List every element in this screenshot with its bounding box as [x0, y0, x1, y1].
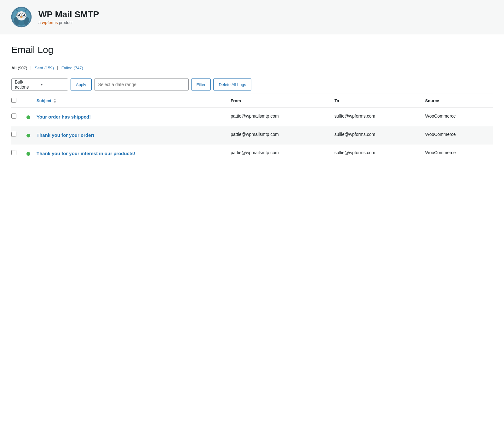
table-header-row: Subject ▲▼ From To Source — [11, 94, 493, 108]
status-cell — [21, 144, 32, 163]
subtitle-prefix: a — [38, 20, 42, 25]
row-checkbox[interactable] — [11, 150, 16, 155]
logo-text: WP Mail SMTP a wpforms product — [38, 9, 99, 25]
subject-link[interactable]: Thank you for your order! — [37, 132, 94, 138]
page-title: Email Log — [11, 44, 493, 58]
subtitle-wp: wp — [42, 20, 48, 25]
app-name: WP Mail SMTP — [38, 9, 99, 20]
from-cell: pattie@wpmailsmtp.com — [226, 144, 329, 163]
date-range-input[interactable] — [94, 79, 189, 90]
svg-point-7 — [23, 14, 26, 16]
select-all-checkbox-header[interactable] — [11, 94, 21, 108]
subject-cell[interactable]: Thank you for your order! — [32, 126, 226, 144]
filter-button[interactable]: Filter — [191, 79, 211, 90]
delete-all-logs-button[interactable]: Delete All Logs — [213, 79, 251, 90]
from-cell: pattie@wpmailsmtp.com — [226, 126, 329, 144]
subject-link[interactable]: Your order has shipped! — [37, 114, 91, 119]
row-checkbox[interactable] — [11, 132, 16, 137]
table-row: Your order has shipped! pattie@wpmailsmt… — [11, 108, 493, 126]
status-cell — [21, 126, 32, 144]
svg-point-6 — [17, 14, 20, 16]
logo-icon — [10, 6, 33, 28]
app-subtitle: a wpforms product — [38, 20, 99, 25]
sort-icon[interactable]: ▲▼ — [54, 98, 56, 104]
source-cell: WooCommerce — [420, 126, 493, 144]
svg-point-9 — [23, 14, 24, 15]
column-header-from: From — [226, 94, 329, 108]
row-checkbox[interactable] — [11, 114, 16, 119]
subject-cell[interactable]: Your order has shipped! — [32, 108, 226, 126]
source-cell: WooCommerce — [420, 108, 493, 126]
row-checkbox-cell[interactable] — [11, 144, 21, 163]
chevron-down-icon: ▾ — [41, 83, 65, 86]
status-dot — [26, 152, 30, 156]
toolbar: Bulk actions ▾ Apply Filter Delete All L… — [11, 75, 493, 94]
subtitle-forms: forms — [48, 20, 58, 25]
column-header-to: To — [329, 94, 420, 108]
status-dot — [26, 134, 30, 137]
filter-failed[interactable]: Failed (747) — [61, 66, 83, 70]
separator-2: | — [57, 65, 58, 70]
source-cell: WooCommerce — [420, 144, 493, 163]
subtitle-suffix: product — [58, 20, 72, 25]
select-all-checkbox[interactable] — [11, 98, 16, 103]
table-row: Thank you for your interest in our produ… — [11, 144, 493, 163]
row-checkbox-cell[interactable] — [11, 108, 21, 126]
bulk-actions-dropdown[interactable]: Bulk actions ▾ — [11, 79, 68, 90]
to-cell: sullie@wpforms.com — [329, 108, 420, 126]
svg-point-8 — [18, 14, 19, 15]
to-cell: sullie@wpforms.com — [329, 144, 420, 163]
table-row: Thank you for your order! pattie@wpmails… — [11, 126, 493, 144]
status-cell — [21, 108, 32, 126]
to-cell: sullie@wpforms.com — [329, 126, 420, 144]
status-header — [21, 94, 32, 108]
filter-all[interactable]: All (907) — [11, 66, 27, 70]
separator-1: | — [31, 65, 32, 70]
filter-sent[interactable]: Sent (159) — [35, 66, 54, 70]
site-header: WP Mail SMTP a wpforms product — [0, 0, 504, 34]
column-header-source: Source — [420, 94, 493, 108]
subject-link[interactable]: Thank you for your interest in our produ… — [37, 151, 135, 156]
from-cell: pattie@wpmailsmtp.com — [226, 108, 329, 126]
status-dot — [26, 115, 30, 119]
column-header-subject[interactable]: Subject ▲▼ — [32, 94, 226, 108]
main-content: Email Log All (907) | Sent (159) | Faile… — [0, 34, 504, 425]
apply-button[interactable]: Apply — [71, 79, 92, 90]
email-log-table: Subject ▲▼ From To Source — [11, 94, 493, 162]
subject-cell[interactable]: Thank you for your interest in our produ… — [32, 144, 226, 163]
bulk-actions-label: Bulk actions — [15, 79, 38, 90]
filter-bar: All (907) | Sent (159) | Failed (747) — [11, 65, 493, 70]
row-checkbox-cell[interactable] — [11, 126, 21, 144]
